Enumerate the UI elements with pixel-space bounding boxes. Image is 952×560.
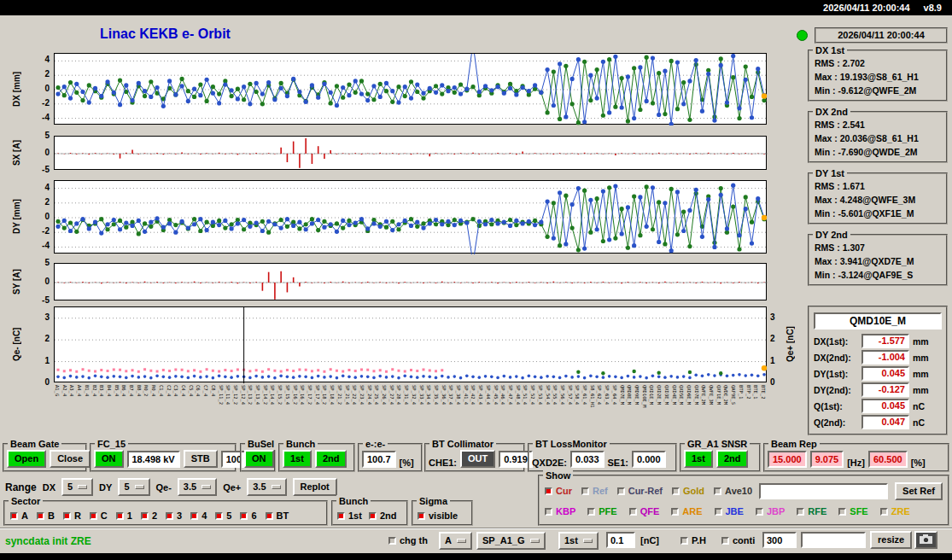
busel-group: BuSel ON <box>240 443 276 472</box>
bpm-label: QXD7E_M <box>694 385 699 435</box>
sector-2-checkbox[interactable]: 2 <box>141 510 157 521</box>
show-rfe-checkbox[interactable]: RFE <box>797 506 826 516</box>
checkbox-indicator <box>266 512 273 520</box>
monitor-row: DX(1st):-1.577mm <box>814 334 942 348</box>
sx-tick-label: -5 <box>29 165 50 174</box>
interval-input[interactable] <box>762 532 797 548</box>
sector-5-checkbox[interactable]: 5 <box>215 510 231 521</box>
qxd2e-value-display: 0.033 <box>570 451 604 468</box>
range-qe-minus-value: 3.5 <box>184 481 196 493</box>
stats-group-dx-1st: DX 1stRMS : 2.702Max : 19.193@S8_61_H1Mi… <box>808 50 948 102</box>
checkbox-indicator <box>388 537 396 545</box>
show-pfe-checkbox[interactable]: PFE <box>587 506 616 516</box>
resize-button[interactable]: resize <box>870 531 912 549</box>
sector-1-checkbox[interactable]: 1 <box>116 510 132 521</box>
sector-3-checkbox[interactable]: 3 <box>166 510 182 521</box>
show-jbp-checkbox[interactable]: JBP <box>756 506 785 516</box>
checkbox-label: SFE <box>850 506 867 516</box>
sector-bt-checkbox[interactable]: BT <box>266 510 289 521</box>
gr-a1-snsr-2nd-button[interactable]: 2nd <box>716 450 749 468</box>
q-tick-label: 1 <box>29 356 50 365</box>
conti-checkbox[interactable]: conti <box>721 535 755 545</box>
sector-c-checkbox[interactable]: C <box>90 510 108 521</box>
checkbox-label: visible <box>429 510 458 521</box>
sx-axis-label: SX [A] <box>12 136 24 170</box>
show-sfe-checkbox[interactable]: SFE <box>838 506 867 516</box>
range-dx-dropdown[interactable]: 5 <box>61 478 93 496</box>
monitor-select-dropdown[interactable]: SP_A1_G <box>476 532 546 550</box>
sx-tick-label: 5 <box>29 131 50 140</box>
mode-dropdown[interactable]: A <box>439 532 472 550</box>
sector-6-checkbox[interactable]: 6 <box>240 510 256 521</box>
extra-input[interactable] <box>801 532 866 548</box>
bunch-2nd-button[interactable]: 2nd <box>315 450 348 468</box>
bpm-label: SP_61_4 <box>582 385 587 435</box>
range-qe-plus-dropdown[interactable]: 3.5 <box>247 478 286 496</box>
checkbox-label: QFE <box>640 506 660 516</box>
show-qfe-checkbox[interactable]: QFE <box>629 506 660 516</box>
replot-button[interactable]: Replot <box>293 478 337 496</box>
bpm-label: SP_55_4 <box>552 385 558 435</box>
stats-value-row: Min : -3.124@QAF9E_S <box>815 268 943 282</box>
bpm-label: SP_37_4 <box>448 385 453 435</box>
set-ref-button[interactable]: Set Ref <box>895 482 943 500</box>
ph-checkbox[interactable]: P.H <box>680 535 706 545</box>
bpm-label: BTE_1 <box>753 385 758 435</box>
range-qe-plus-label: Qe+ <box>223 482 241 493</box>
sector-r-checkbox[interactable]: R <box>63 510 81 521</box>
sigma-visible-checkbox[interactable]: visible <box>418 510 458 521</box>
sector-4-checkbox[interactable]: 4 <box>190 510 207 521</box>
bpm-label: QXD3E_M <box>664 385 669 435</box>
chg-th-checkbox[interactable]: chg th <box>388 535 428 545</box>
show-ref-checkbox[interactable]: Ref <box>581 486 608 496</box>
show-group: Show CurRefCur-RefGoldAve10 Set Ref KBPP… <box>538 475 949 526</box>
range-dy-value: 5 <box>124 481 129 493</box>
checkbox-indicator <box>166 512 173 520</box>
bpm-label: SP_16_2 <box>293 385 298 435</box>
threshold-input[interactable] <box>606 532 635 548</box>
beam-gate-open-button[interactable]: Open <box>7 450 46 468</box>
beam-gate-close-button[interactable]: Close <box>50 450 91 468</box>
busel-on-button[interactable]: ON <box>244 450 274 468</box>
monitor-row-value: 0.047 <box>861 415 909 429</box>
fc15-on-button[interactable]: ON <box>94 450 124 468</box>
qplus-tick-label: 1 <box>770 356 787 365</box>
show-cur-checkbox[interactable]: Cur <box>545 486 572 496</box>
se1-value-display: 0.000 <box>632 451 666 468</box>
dx-tick-label: 0 <box>29 84 50 93</box>
show-ave10-checkbox[interactable]: Ave10 <box>714 486 752 496</box>
bpm-label: SP_13_2 <box>248 385 253 435</box>
che1-out-button[interactable]: OUT <box>460 450 495 468</box>
gr-a1-snsr-1st-button[interactable]: 1st <box>684 450 713 468</box>
ee-ratio-display: 100.7 <box>362 451 396 468</box>
range-dy-dropdown[interactable]: 5 <box>118 478 149 496</box>
bpm-label: A3_4 <box>69 385 74 435</box>
dx-tick-label: -4 <box>29 113 50 122</box>
fc15-stb-button[interactable]: STB <box>184 450 218 468</box>
dy-tick-label: 4 <box>29 183 50 192</box>
show-are-checkbox[interactable]: ARE <box>671 506 702 516</box>
show-cur-ref-checkbox[interactable]: Cur-Ref <box>617 486 663 496</box>
sector-b-checkbox[interactable]: B <box>37 510 55 521</box>
bunch-1st-button[interactable]: 1st <box>283 450 312 468</box>
show-zre-checkbox[interactable]: ZRE <box>880 506 910 516</box>
range-qe-minus-dropdown[interactable]: 3.5 <box>178 478 217 496</box>
bpm-label: SP_26_4 <box>382 385 387 435</box>
sector-a-checkbox[interactable]: A <box>10 510 28 521</box>
show-jbe-checkbox[interactable]: JBE <box>715 506 744 516</box>
ref-name-input[interactable] <box>759 483 888 499</box>
show-gold-checkbox[interactable]: Gold <box>672 486 704 496</box>
app-window: 2026/04/11 20:00:44 v8.9 Linac KEKB e- O… <box>0 0 952 560</box>
bunch-1st-checkbox[interactable]: 1st <box>337 510 362 521</box>
stats-value-row: RMS : 1.671 <box>815 179 943 193</box>
dy-tick-label: -4 <box>29 241 50 250</box>
camera-button[interactable] <box>914 531 937 549</box>
ee-ratio-group: e-:e- 100.7 [%] <box>358 443 423 472</box>
bpm-label: B1_4 <box>85 385 90 435</box>
bunch-select-dropdown[interactable]: 1st <box>558 532 599 550</box>
checkbox-label: 1 <box>127 510 132 521</box>
bpm-label: SP_35_4 <box>434 385 439 435</box>
stats-value-row: Max : 3.941@QXD7E_M <box>815 254 943 268</box>
show-kbp-checkbox[interactable]: KBP <box>545 506 575 516</box>
bunch-2nd-checkbox[interactable]: 2nd <box>369 510 397 521</box>
